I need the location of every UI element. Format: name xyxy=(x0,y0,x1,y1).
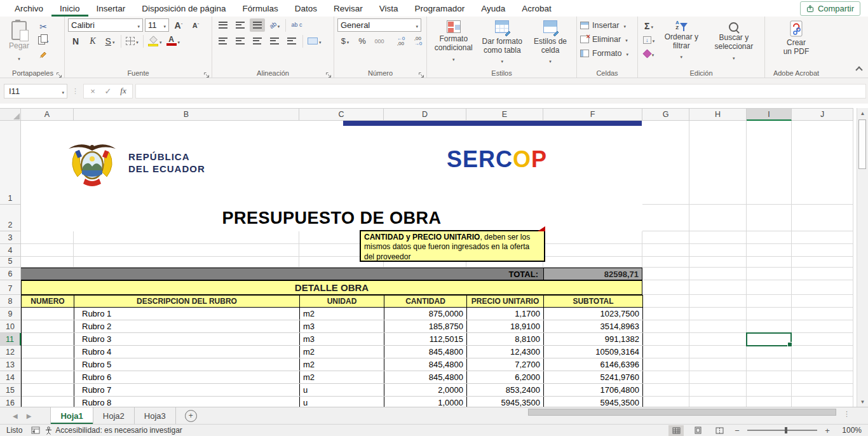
row-header-9[interactable]: 9 xyxy=(0,308,21,320)
autosum-button[interactable]: Σ xyxy=(641,19,656,32)
column-header-h[interactable]: H xyxy=(689,108,747,121)
table-cell[interactable] xyxy=(22,371,74,383)
table-cell[interactable] xyxy=(22,346,74,358)
format-cells-button[interactable]: Formato xyxy=(580,46,634,60)
align-left-button[interactable] xyxy=(215,34,231,48)
table-cell[interactable]: 185,8750 xyxy=(384,320,467,332)
ribbon-tab-acrobat[interactable]: Acrobat xyxy=(513,0,560,17)
total-label-cell[interactable]: TOTAL: xyxy=(21,268,543,280)
table-header-cell[interactable]: PRECIO UNITARIO xyxy=(467,295,544,308)
sheet-tab-hoja3[interactable]: Hoja3 xyxy=(135,407,176,424)
wrap-text-button[interactable]: ab c xyxy=(289,18,304,32)
table-cell[interactable]: 5241,9760 xyxy=(544,371,643,383)
table-cell[interactable]: Rubro 1 xyxy=(74,308,300,320)
percent-format-button[interactable]: % xyxy=(355,34,370,48)
accessibility-status[interactable]: Accesibilidad: es necesario investigar xyxy=(45,426,182,435)
paste-button[interactable]: Pegar xyxy=(4,18,34,68)
format-painter-button[interactable] xyxy=(36,48,51,61)
cell-styles-button[interactable]: Estilos de celda xyxy=(527,18,573,68)
underline-button[interactable]: S xyxy=(102,34,118,48)
table-cell[interactable]: 1,1700 xyxy=(467,308,544,320)
column-header-g[interactable]: G xyxy=(642,108,689,121)
row-header-4[interactable]: 4 xyxy=(0,244,21,257)
collapse-ribbon-button[interactable] xyxy=(857,67,862,72)
column-header-b[interactable]: B xyxy=(74,108,299,121)
table-cell[interactable]: 112,5015 xyxy=(384,333,467,345)
merge-center-button[interactable] xyxy=(306,34,323,48)
table-cell[interactable]: 853,2400 xyxy=(467,384,544,396)
table-cell[interactable]: Rubro 3 xyxy=(74,333,300,345)
comma-format-button[interactable]: 000 xyxy=(372,34,387,48)
row-header-12[interactable]: 12 xyxy=(0,346,21,358)
table-cell[interactable]: 18,9100 xyxy=(467,320,544,332)
view-normal-button[interactable] xyxy=(668,425,684,436)
table-cell[interactable]: m2 xyxy=(300,346,384,358)
orientation-button[interactable]: ab xyxy=(267,18,282,32)
row-header-5[interactable]: 5 xyxy=(0,257,21,268)
table-header-cell[interactable]: CANTIDAD xyxy=(384,295,467,308)
decrease-indent-button[interactable] xyxy=(267,34,282,48)
name-box-splitter[interactable]: ⋮ xyxy=(72,87,79,95)
table-cell[interactable]: 1,0000 xyxy=(384,397,467,407)
table-title-cell[interactable]: DETALLE OBRA xyxy=(21,280,642,295)
table-cell[interactable]: 5945,3500 xyxy=(544,397,643,407)
delete-cells-button[interactable]: Eliminar xyxy=(580,32,634,46)
table-cell[interactable]: Rubro 8 xyxy=(74,397,300,407)
zoom-slider-thumb[interactable] xyxy=(785,427,787,433)
prev-sheet-icon[interactable]: ◀ xyxy=(13,412,18,419)
table-cell[interactable]: Rubro 5 xyxy=(74,358,300,371)
table-cell[interactable]: 845,4800 xyxy=(384,358,467,371)
table-header-cell[interactable]: SUBTOTAL xyxy=(544,295,643,308)
table-cell[interactable] xyxy=(22,384,74,396)
sort-filter-button[interactable]: AZ Ordenar y filtrar xyxy=(658,18,705,68)
font-name-select[interactable]: Calibri xyxy=(68,18,143,32)
selected-cell[interactable] xyxy=(746,332,792,346)
column-header-c[interactable]: C xyxy=(299,108,384,121)
table-cell[interactable]: u xyxy=(300,384,384,396)
table-cell[interactable]: 1023,7500 xyxy=(544,308,643,320)
fill-button[interactable]: ↓ xyxy=(641,33,656,46)
table-cell[interactable]: 1706,4800 xyxy=(544,384,643,396)
row-header-10[interactable]: 10 xyxy=(0,320,21,333)
row-header-1[interactable]: 1 xyxy=(0,121,21,205)
row-header-16[interactable]: 16 xyxy=(0,397,21,407)
column-header-i[interactable]: I xyxy=(747,108,792,121)
table-header-cell[interactable]: DESCRIPCION DEL RUBRO xyxy=(74,295,300,308)
table-cell[interactable]: u xyxy=(300,397,384,407)
share-button[interactable]: Compartir xyxy=(800,1,860,16)
formula-input[interactable] xyxy=(135,84,866,99)
horizontal-scrollbar-thumb[interactable] xyxy=(528,409,836,416)
row-header-2[interactable]: 2 xyxy=(0,205,21,231)
table-cell[interactable]: m2 xyxy=(300,308,384,320)
select-all-corner[interactable] xyxy=(0,108,21,121)
align-right-button[interactable] xyxy=(250,34,265,48)
table-cell[interactable]: m2 xyxy=(300,371,384,383)
table-cell[interactable]: 10509,3164 xyxy=(544,346,643,358)
row-header-3[interactable]: 3 xyxy=(0,231,21,244)
table-cell[interactable]: Rubro 6 xyxy=(74,371,300,383)
insert-function-button[interactable]: fx xyxy=(116,86,130,96)
macro-record-button[interactable] xyxy=(31,426,40,434)
horizontal-scrollbar[interactable] xyxy=(214,407,843,424)
clear-button[interactable] xyxy=(641,47,656,60)
borders-button[interactable] xyxy=(125,34,140,48)
sheet-tab-hoja1[interactable]: Hoja1 xyxy=(50,407,93,424)
table-cell[interactable]: 845,4800 xyxy=(384,346,467,358)
scroll-down-icon[interactable]: ▼ xyxy=(857,397,868,407)
table-cell[interactable]: m3 xyxy=(300,333,384,345)
row-header-11[interactable]: 11 xyxy=(0,333,21,346)
table-cell[interactable]: Rubro 2 xyxy=(74,320,300,332)
table-cell[interactable]: Rubro 7 xyxy=(74,384,300,396)
number-dialog-launcher[interactable] xyxy=(418,69,424,76)
zoom-out-button[interactable]: − xyxy=(733,426,741,435)
name-box[interactable]: I11 xyxy=(4,84,67,99)
table-cell[interactable]: 845,4800 xyxy=(384,371,467,383)
table-cell[interactable]: 12,4300 xyxy=(467,346,544,358)
column-header-d[interactable]: D xyxy=(384,108,466,121)
table-cell[interactable]: m3 xyxy=(300,320,384,332)
view-page-layout-button[interactable] xyxy=(690,425,705,436)
font-size-select[interactable]: 11 xyxy=(145,18,169,32)
number-format-select[interactable]: General xyxy=(337,18,421,32)
vertical-scrollbar[interactable]: ▲ ▼ xyxy=(857,108,868,407)
row-header-8[interactable]: 8 xyxy=(0,295,21,308)
